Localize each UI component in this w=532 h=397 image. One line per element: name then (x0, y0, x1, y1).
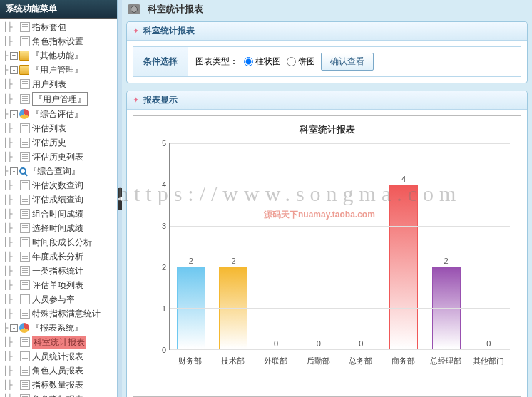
chart-title: 科室统计报表 (140, 123, 513, 136)
x-label: 财务部 (169, 351, 212, 371)
criteria-label: 条件选择 (133, 47, 188, 76)
tree-node[interactable]: │├指标套包 (0, 20, 117, 34)
tree-node[interactable]: │├角色指标报表 (0, 392, 117, 397)
bar-value-label: 4 (401, 175, 406, 183)
tree-node[interactable]: ├-『报表系统』 (0, 321, 117, 335)
tree-label: 评估历史列表 (32, 150, 83, 163)
chart-box: 科室统计报表 012345 22000420 财务部技术部外联部后勤部总务部商务… (133, 115, 521, 397)
tree-label: 评估成绩查询 (32, 193, 83, 206)
tree-node[interactable]: │├『用户管理』 (0, 91, 117, 107)
page-icon (20, 79, 30, 89)
tree-node[interactable]: │├时间段成长分析 (0, 235, 117, 249)
sidebar-header: 系统功能菜单 (0, 0, 117, 19)
tree-label: 评估次数查询 (32, 179, 83, 192)
criteria-panel: ✦ 科室统计报表 条件选择 图表类型： 柱状图 饼图 确认查看 (126, 21, 528, 83)
tree-node[interactable]: │├组合时间成绩 (0, 207, 117, 221)
tree-node[interactable]: │├选择时间成绩 (0, 221, 117, 235)
tree-node[interactable]: │├评估次数查询 (0, 178, 117, 192)
chart-area: 012345 22000420 财务部技术部外联部后勤部总务部商务部总经理部其他… (155, 143, 513, 371)
tree-node[interactable]: │├一类指标统计 (0, 264, 117, 278)
star-icon: ✦ (133, 26, 139, 36)
page-icon (20, 252, 30, 262)
y-tick: 1 (162, 304, 166, 313)
x-label: 总务部 (339, 351, 382, 371)
plot-area: 22000420 (169, 143, 510, 350)
tree-node[interactable]: │├评估历史 (0, 135, 117, 150)
splitter[interactable]: ◀ (118, 0, 122, 397)
tree-label: 评估列表 (32, 122, 66, 135)
page-icon (20, 294, 30, 304)
main-content: 科室统计报表 ✦ 科室统计报表 条件选择 图表类型： 柱状图 饼图 (122, 0, 532, 397)
chart-type-label: 图表类型： (195, 56, 238, 68)
radio-bar-input[interactable] (244, 57, 253, 66)
report-panel: ✦ 报表显示 科室统计报表 012345 22000420 财务部技术部外联部后… (126, 91, 528, 397)
confirm-button[interactable]: 确认查看 (321, 53, 374, 71)
bar-value-label: 2 (231, 257, 235, 265)
bar-slot: 0 (467, 143, 510, 349)
folder-icon (19, 51, 29, 61)
tree-label: 特殊指标满意统计 (32, 307, 101, 320)
tree-label: 『报表系统』 (31, 321, 83, 334)
page-icon (20, 337, 30, 347)
page-icon (20, 138, 30, 148)
page-icon (20, 209, 30, 219)
tree-label: 『用户管理』 (32, 92, 88, 106)
tree-node[interactable]: ├-『综合查询』 (0, 164, 117, 178)
y-tick: 0 (162, 346, 166, 354)
tree-node[interactable]: ├+『其他功能』 (0, 48, 117, 63)
tree-node[interactable]: ├-『用户管理』 (0, 63, 117, 77)
x-label: 后勤部 (297, 351, 339, 371)
radio-pie[interactable]: 饼图 (287, 56, 315, 68)
page-icon (20, 380, 30, 390)
tree-label: 角色指标报表 (32, 393, 83, 397)
tree-node[interactable]: │├评估历史列表 (0, 150, 117, 164)
tree-label: 人员参与率 (32, 293, 75, 306)
tree-node[interactable]: │├特殊指标满意统计 (0, 306, 117, 321)
page-icon (20, 394, 30, 397)
x-axis-labels: 财务部技术部外联部后勤部总务部商务部总经理部其他部门 (169, 351, 510, 371)
tree-node[interactable]: │├评估成绩查询 (0, 192, 117, 207)
panel-header: ✦ 科室统计报表 (127, 22, 527, 41)
tree-node[interactable]: │├人员统计报表 (0, 349, 117, 364)
tree-node[interactable]: │├评估列表 (0, 121, 117, 135)
tree-node[interactable]: │├角色指标设置 (0, 34, 117, 48)
y-tick: 5 (162, 139, 166, 148)
bar-slot: 2 (170, 143, 213, 349)
tree-label: 年度成长分析 (32, 250, 83, 263)
bar-value-label: 0 (359, 339, 363, 348)
tree-node[interactable]: │├评估单项列表 (0, 278, 117, 292)
collapse-icon[interactable]: - (10, 110, 18, 118)
tree-node[interactable]: │├人员参与率 (0, 292, 117, 306)
pie-icon (19, 109, 29, 119)
page-icon (20, 280, 30, 290)
x-label: 商务部 (382, 351, 425, 371)
tree-label: 『综合查询』 (29, 165, 80, 177)
tree-label: 人员统计报表 (32, 350, 83, 363)
y-tick: 3 (162, 222, 166, 230)
tree-node[interactable]: │├科室统计报表 (0, 335, 117, 349)
tree-node[interactable]: │├指标数量报表 (0, 378, 117, 392)
tree-node[interactable]: │├角色人员报表 (0, 364, 117, 378)
collapse-icon[interactable]: - (10, 324, 18, 332)
page-icon (20, 180, 30, 190)
bar-slot: 4 (382, 143, 425, 349)
radio-pie-input[interactable] (287, 57, 296, 66)
page-icon (20, 123, 30, 133)
page-icon (20, 366, 30, 376)
tree-label: 『综合评估』 (31, 108, 83, 120)
bar-slot: 2 (213, 143, 255, 349)
bar-slot: 0 (255, 143, 297, 349)
tree-node[interactable]: │├年度成长分析 (0, 249, 117, 264)
tree-node[interactable]: │├用户列表 (0, 77, 117, 91)
tree-node[interactable]: ├-『综合评估』 (0, 107, 117, 121)
radio-bar[interactable]: 柱状图 (244, 56, 281, 68)
tree-label: 角色人员报表 (32, 364, 83, 377)
tree-label: 指标套包 (32, 21, 66, 33)
collapse-icon[interactable]: - (10, 66, 18, 74)
bar-value-label: 2 (189, 257, 193, 265)
splitter-handle[interactable]: ◀ (118, 188, 122, 210)
magnify-icon (19, 167, 26, 175)
expand-icon[interactable]: + (10, 52, 18, 60)
collapse-icon[interactable]: - (10, 167, 18, 175)
pie-icon (19, 323, 29, 333)
